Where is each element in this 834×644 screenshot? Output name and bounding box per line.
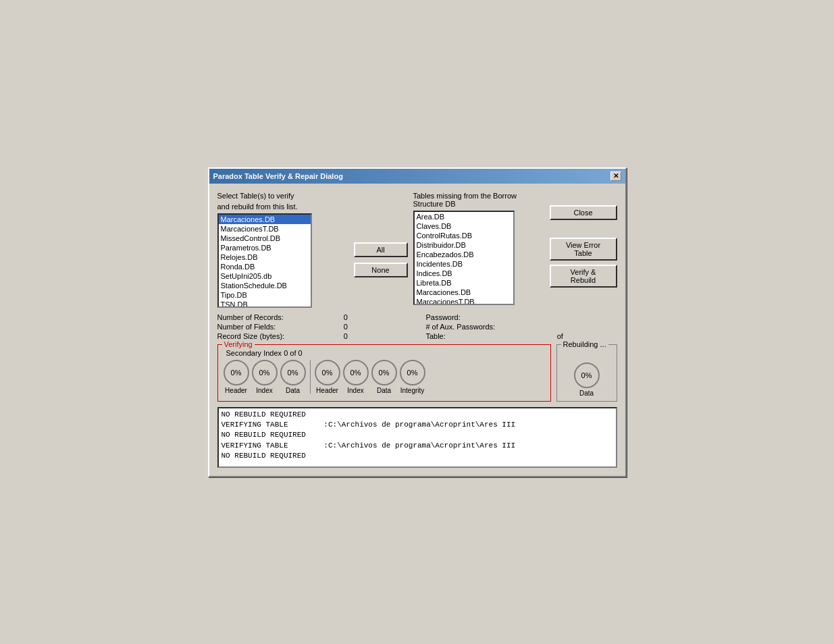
circle-label: Integrity: [400, 387, 425, 394]
log-line: NO REBUILD REQUIRED: [221, 430, 613, 440]
circle-group: 0%Header: [315, 360, 340, 394]
left-list-label2: and rebuild from this list.: [217, 203, 348, 211]
right-buttons-panel: Close View Error Table Verify & Rebuild: [550, 192, 617, 308]
rebuilding-section: Rebuilding ... 0%Data: [556, 344, 617, 402]
list-item[interactable]: Encabezados.DB: [415, 250, 513, 259]
progress-circle: 0%: [252, 360, 278, 385]
left-list-box[interactable]: Marcaciones.DBMarcacionesT.DBMissedContr…: [217, 213, 312, 308]
circle-label: Header: [225, 387, 247, 394]
right-list-label: Tables missing from the Borrow Structure…: [413, 192, 544, 208]
circle-group: 0%Index: [252, 360, 278, 394]
table-label: Table:: [425, 332, 548, 340]
sections-row: Verifying Secondary Index 0 of 0 0%Heade…: [217, 344, 617, 402]
list-item[interactable]: MarcacionesT.DB: [219, 224, 311, 234]
list-item[interactable]: Claves.DB: [415, 221, 513, 231]
list-item[interactable]: MissedControl.DB: [219, 234, 311, 243]
list-item[interactable]: Tipo.DB: [219, 290, 311, 300]
main-window: Paradox Table Verify & Repair Dialog ✕ S…: [208, 167, 627, 477]
record-size-label: Record Size (bytes):: [217, 332, 338, 340]
right-list-box[interactable]: Area.DBClaves.DBControlRutas.DBDistribui…: [413, 211, 515, 305]
progress-circle: 0%: [280, 360, 306, 385]
window-body: Select Table(s) to verify and rebuild fr…: [209, 184, 625, 476]
circle-label: Index: [347, 387, 363, 394]
circle-label: Header: [316, 387, 338, 394]
progress-circle: 0%: [224, 360, 249, 385]
view-error-button[interactable]: View Error Table: [550, 238, 617, 261]
verifying-label: Verifying: [222, 340, 255, 348]
circle-group: 0%Index: [343, 360, 369, 394]
list-item[interactable]: Parametros.DB: [219, 243, 311, 252]
list-item[interactable]: SetUpIni205.db: [219, 271, 311, 281]
circle-group: 0%Data: [371, 360, 397, 394]
all-button[interactable]: All: [354, 242, 408, 257]
list-item[interactable]: Incidentes.DB: [415, 259, 513, 269]
progress-circle: 0%: [400, 360, 425, 385]
list-item[interactable]: Indices.DB: [415, 269, 513, 278]
log-line: NO REBUILD REQUIRED: [221, 451, 613, 461]
window-title: Paradox Table Verify & Repair Dialog: [213, 172, 343, 180]
circle-group: 0%Header: [224, 360, 249, 394]
aux-passwords-value: [554, 323, 617, 331]
secondary-of: of: [290, 349, 296, 357]
circle-label: Data: [377, 387, 391, 394]
list-item[interactable]: Area.DB: [415, 212, 513, 221]
title-bar: Paradox Table Verify & Repair Dialog ✕: [209, 169, 625, 184]
middle-buttons-panel: All None: [354, 192, 408, 308]
circle-label: Data: [286, 387, 300, 394]
circle-group: 0%Data: [574, 363, 600, 397]
verifying-section: Verifying Secondary Index 0 of 0 0%Heade…: [217, 344, 551, 402]
list-item[interactable]: Ronda.DB: [219, 262, 311, 271]
verifying-circles-row: 0%Header0%Index0%Data 0%Header0%Index0%D…: [224, 360, 545, 394]
secondary-index-info: Secondary Index 0 of 0: [226, 349, 545, 357]
log-line: VERIFYING TABLE :C:\Archivos de programa…: [221, 420, 613, 430]
progress-circle: 0%: [315, 360, 340, 385]
of-label: of: [557, 332, 563, 340]
rebuilding-label: Rebuilding ...: [561, 340, 608, 348]
circle-label: Index: [256, 387, 272, 394]
num-fields-label: Number of Fields:: [217, 323, 338, 331]
password-value: [554, 313, 617, 321]
secondary-val2: 0: [298, 349, 303, 357]
left-panel: Select Table(s) to verify and rebuild fr…: [217, 192, 348, 308]
progress-circle: 0%: [343, 360, 369, 385]
num-records-label: Number of Records:: [217, 313, 338, 321]
top-section: Select Table(s) to verify and rebuild fr…: [217, 192, 617, 308]
close-dialog-button[interactable]: Close: [550, 205, 617, 220]
password-label: Password:: [425, 313, 548, 321]
list-item[interactable]: StationSchedule.DB: [219, 281, 311, 290]
num-fields-value: 0: [344, 323, 402, 331]
list-item[interactable]: MarcacionesT.DB: [415, 297, 513, 305]
log-line: VERIFYING TABLE :C:\Archivos de programa…: [221, 441, 613, 451]
info-section: Number of Records: 0 Password: Number of…: [217, 313, 617, 340]
progress-circle: 0%: [574, 363, 600, 388]
separator: [310, 360, 311, 394]
log-section: NO REBUILD REQUIREDVERIFYING TABLE :C:\A…: [217, 407, 617, 468]
progress-circle: 0%: [371, 360, 397, 385]
verify-rebuild-button[interactable]: Verify & Rebuild: [550, 265, 617, 288]
list-item[interactable]: TSN.DB: [219, 300, 311, 308]
circle-group: 0%Data: [280, 360, 306, 394]
list-item[interactable]: Marcaciones.DB: [415, 288, 513, 297]
secondary-val1: 0: [284, 349, 288, 357]
list-item[interactable]: Libreta.DB: [415, 278, 513, 288]
none-button[interactable]: None: [354, 263, 408, 277]
left-list-label1: Select Table(s) to verify: [217, 192, 348, 200]
num-records-value: 0: [344, 313, 402, 321]
close-button[interactable]: ✕: [610, 171, 621, 181]
circle-group: 0%Integrity: [400, 360, 425, 394]
list-item[interactable]: Distribuidor.DB: [415, 240, 513, 250]
list-item[interactable]: ControlRutas.DB: [415, 231, 513, 240]
record-size-value: 0: [344, 332, 402, 340]
aux-passwords-label: # of Aux. Passwords:: [425, 323, 548, 331]
list-item[interactable]: Relojes.DB: [219, 252, 311, 262]
right-list-panel: Tables missing from the Borrow Structure…: [413, 192, 544, 308]
secondary-index-label: Secondary Index: [226, 349, 282, 357]
circle-label: Data: [579, 390, 594, 397]
log-line: NO REBUILD REQUIRED: [221, 410, 613, 420]
list-item[interactable]: Marcaciones.DB: [219, 215, 311, 224]
